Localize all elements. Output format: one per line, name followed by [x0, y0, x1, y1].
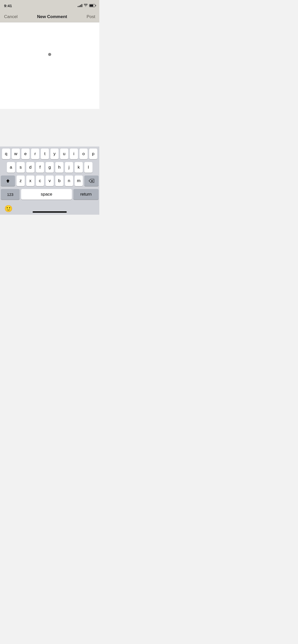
key-g[interactable]: g	[46, 162, 54, 173]
keyboard-row-3: z x c v b n m	[1, 175, 99, 186]
signal-icon	[78, 4, 82, 7]
key-p[interactable]: p	[89, 149, 97, 159]
key-m[interactable]: m	[75, 175, 83, 186]
emoji-button[interactable]: 🙂	[3, 203, 14, 214]
keyboard-row-1: q w e r t y u i o p	[1, 149, 99, 159]
key-z[interactable]: z	[17, 175, 25, 186]
key-o[interactable]: o	[79, 149, 88, 159]
backspace-key[interactable]	[84, 175, 99, 186]
key-k[interactable]: k	[75, 162, 83, 173]
key-s[interactable]: s	[17, 162, 25, 173]
shift-key[interactable]	[1, 175, 15, 186]
key-e[interactable]: e	[21, 149, 30, 159]
key-j[interactable]: j	[65, 162, 73, 173]
key-l[interactable]: l	[84, 162, 92, 173]
keyboard-row-4: 123 space return	[1, 189, 99, 200]
key-u[interactable]: u	[60, 149, 68, 159]
status-icons	[78, 4, 95, 8]
wifi-icon	[84, 4, 88, 8]
space-key[interactable]: space	[21, 189, 72, 200]
page-title: New Comment	[37, 14, 67, 19]
emoji-icon: 🙂	[4, 205, 12, 212]
status-bar: 9:41	[0, 0, 99, 11]
key-r[interactable]: r	[31, 149, 39, 159]
home-indicator	[33, 211, 67, 213]
key-c[interactable]: c	[36, 175, 44, 186]
comment-input-area[interactable]	[0, 22, 99, 109]
text-cursor	[48, 53, 51, 56]
key-f[interactable]: f	[36, 162, 44, 173]
key-v[interactable]: v	[46, 175, 54, 186]
nav-bar: Cancel New Comment Post	[0, 11, 99, 22]
status-time: 9:41	[4, 4, 12, 8]
return-key[interactable]: return	[73, 189, 99, 200]
key-t[interactable]: t	[41, 149, 49, 159]
numbers-key[interactable]: 123	[1, 189, 20, 200]
key-a[interactable]: a	[7, 162, 15, 173]
keyboard: q w e r t y u i o p a s d f g h j k l z …	[0, 147, 99, 215]
key-q[interactable]: q	[2, 149, 10, 159]
key-y[interactable]: y	[50, 149, 59, 159]
key-n[interactable]: n	[65, 175, 73, 186]
battery-icon	[89, 4, 95, 7]
key-w[interactable]: w	[12, 149, 20, 159]
key-i[interactable]: i	[70, 149, 78, 159]
keyboard-row-2: a s d f g h j k l	[1, 162, 99, 173]
key-d[interactable]: d	[26, 162, 34, 173]
post-button[interactable]: Post	[87, 13, 95, 20]
key-x[interactable]: x	[26, 175, 34, 186]
key-b[interactable]: b	[55, 175, 63, 186]
key-h[interactable]: h	[55, 162, 63, 173]
cancel-button[interactable]: Cancel	[4, 13, 18, 20]
